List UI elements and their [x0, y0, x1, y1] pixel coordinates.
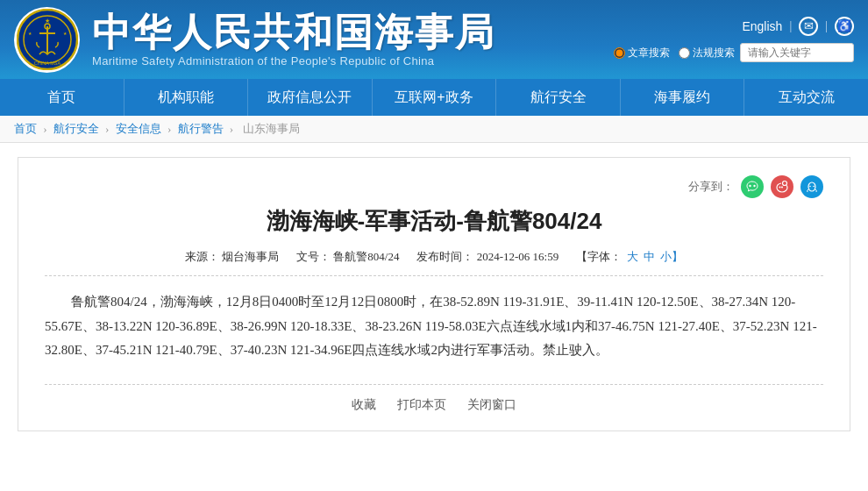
date-label: 发布时间： [416, 250, 473, 263]
site-title-en: Maritime Safety Administration of the Pe… [92, 54, 495, 68]
breadcrumb-sep-3: › [167, 122, 171, 135]
article-body: 鲁航警804/24，渤海海峡，12月8日0400时至12月12日0800时，在3… [45, 290, 823, 363]
svg-point-11 [783, 181, 787, 186]
site-header: ★ ★ ★ CHINA MSA 中华人民共和国海事局 Maritime Safe… [0, 0, 868, 79]
svg-point-9 [749, 185, 751, 187]
email-icon[interactable]: ✉ [799, 17, 818, 36]
radio-article-text: 文章搜索 [628, 46, 670, 60]
share-label: 分享到： [688, 179, 734, 195]
svg-point-14 [808, 182, 815, 191]
article-actions: 收藏 打印本页 关闭窗口 [45, 384, 823, 413]
article-meta: 来源： 烟台海事局 文号： 鲁航警804/24 发布时间： 2024-12-06… [45, 249, 823, 276]
header-title-block: 中华人民共和国海事局 Maritime Safety Administratio… [92, 11, 495, 67]
bookmark-button[interactable]: 收藏 [352, 397, 376, 413]
breadcrumb-home[interactable]: 首页 [14, 122, 37, 135]
nav-interaction[interactable]: 互动交流 [744, 79, 868, 116]
source-label: 来源： [185, 250, 219, 263]
nav-home[interactable]: 首页 [0, 79, 125, 116]
svg-point-13 [781, 187, 783, 189]
svg-point-16 [813, 186, 815, 188]
nav-internet-gov[interactable]: 互联网+政务 [373, 79, 497, 116]
share-weibo-button[interactable] [771, 175, 793, 198]
search-input[interactable] [740, 43, 854, 62]
doc-label: 文号： [296, 250, 331, 263]
font-size-control: 【字体： 大 中 小】 [576, 249, 683, 265]
header-left: ★ ★ ★ CHINA MSA 中华人民共和国海事局 Maritime Safe… [14, 7, 495, 73]
doc-value: 鲁航警804/24 [333, 250, 399, 263]
main-nav: 首页 机构职能 政府信息公开 互联网+政务 航行安全 海事履约 互动交流 [0, 79, 868, 116]
nav-organization[interactable]: 机构职能 [125, 79, 249, 116]
nav-maritime-compliance[interactable]: 海事履约 [621, 79, 745, 116]
breadcrumb-current: 山东海事局 [243, 122, 300, 135]
search-type-group: 文章搜索 法规搜索 [614, 46, 735, 60]
english-link[interactable]: English [742, 19, 782, 33]
breadcrumb-sep-2: › [105, 122, 109, 135]
breadcrumb-nav-safety[interactable]: 航行安全 [53, 122, 99, 135]
date-value: 2024-12-06 16:59 [477, 250, 559, 263]
nav-navigation-safety[interactable]: 航行安全 [496, 79, 621, 116]
breadcrumb-safety-info[interactable]: 安全信息 [116, 122, 161, 135]
article-content-box: 分享到： [18, 157, 850, 431]
site-title-zh: 中华人民共和国海事局 [92, 11, 495, 53]
source-value: 烟台海事局 [222, 250, 279, 263]
main-content: 分享到： [0, 143, 868, 445]
svg-point-15 [809, 186, 811, 188]
accessibility-icon[interactable]: ♿ [835, 17, 854, 36]
radio-law-text: 法规搜索 [693, 46, 735, 60]
source-info: 来源： 烟台海事局 [185, 249, 279, 265]
article-title: 渤海海峡-军事活动-鲁航警804/24 [45, 207, 823, 237]
share-bar: 分享到： [45, 175, 823, 198]
share-qq-button[interactable] [800, 175, 823, 198]
svg-point-12 [779, 187, 781, 189]
fontsize-label: 【字体： [576, 249, 622, 265]
fontsize-small[interactable]: 小】 [660, 249, 683, 265]
divider-1: | [789, 19, 792, 33]
site-logo: ★ ★ ★ CHINA MSA [14, 7, 80, 73]
share-wechat-button[interactable] [741, 175, 764, 198]
svg-text:CHINA MSA: CHINA MSA [33, 60, 60, 66]
breadcrumb-sep-4: › [230, 122, 233, 135]
breadcrumb-sep-1: › [43, 122, 46, 135]
docno-info: 文号： 鲁航警804/24 [296, 249, 399, 265]
search-bar: 文章搜索 法规搜索 [614, 43, 854, 62]
date-info: 发布时间： 2024-12-06 16:59 [416, 249, 559, 265]
header-top-links: English | ✉ | ♿ [742, 17, 854, 36]
fontsize-mid[interactable]: 中 [644, 249, 655, 265]
fontsize-large[interactable]: 大 [627, 249, 638, 265]
print-button[interactable]: 打印本页 [397, 397, 446, 413]
radio-law[interactable] [679, 47, 690, 59]
breadcrumb: 首页 › 航行安全 › 安全信息 › 航行警告 › 山东海事局 [0, 116, 868, 143]
svg-text:★: ★ [45, 18, 50, 25]
radio-article-label[interactable]: 文章搜索 [614, 46, 670, 60]
close-button[interactable]: 关闭窗口 [467, 397, 516, 413]
header-right: English | ✉ | ♿ 文章搜索 法规搜索 [614, 17, 854, 62]
svg-point-10 [753, 185, 755, 187]
divider-2: | [825, 19, 828, 33]
radio-law-label[interactable]: 法规搜索 [679, 46, 735, 60]
nav-gov-info[interactable]: 政府信息公开 [248, 79, 373, 116]
breadcrumb-nav-warning[interactable]: 航行警告 [178, 122, 224, 135]
radio-article[interactable] [614, 47, 625, 59]
